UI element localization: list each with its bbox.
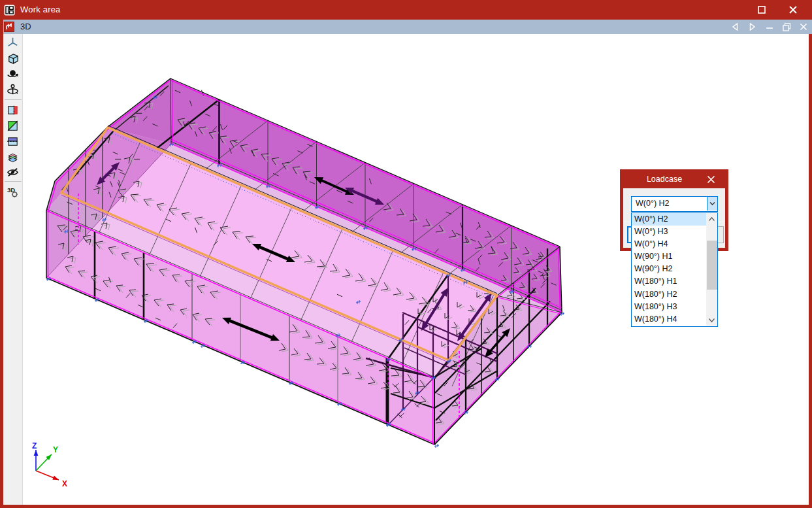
axis-label-z: Z: [32, 441, 37, 450]
app-window-icon: [4, 5, 15, 16]
window-border-right: [809, 20, 812, 508]
orbit-view-button[interactable]: [6, 67, 20, 82]
tab-document-icon: [4, 22, 14, 32]
axes-tripod-icon: [6, 36, 20, 50]
scrollbar-down-button[interactable]: [706, 314, 717, 326]
3d-settings-button[interactable]: 3D: [6, 185, 20, 199]
document-tabbar: 3D: [3, 20, 812, 34]
tab-forward-button[interactable]: [744, 20, 761, 34]
toolbar-separator: [5, 181, 22, 182]
clip-plane-button[interactable]: [6, 135, 20, 149]
chevron-down-icon: [709, 318, 715, 322]
rotate-view-button[interactable]: [6, 83, 20, 97]
hide-object-icon: [6, 165, 20, 179]
view-toolbar: 3D: [3, 34, 23, 505]
loadcase-close-button[interactable]: [707, 175, 717, 184]
hide-object-button[interactable]: [6, 165, 20, 180]
loadcase-combobox-value: W(0°) H2: [636, 199, 670, 208]
axes-tripod-button[interactable]: [6, 36, 20, 50]
loadcase-option[interactable]: W(180°) H3: [632, 301, 706, 313]
loadcase-option[interactable]: W(180°) H1: [632, 275, 706, 288]
toolbar-separator: [5, 99, 22, 100]
dropdown-scrollbar[interactable]: [706, 213, 717, 326]
loadcase-option[interactable]: W(90°) H1: [632, 250, 706, 263]
shading-toggle-button[interactable]: [6, 119, 20, 133]
iso-cube-button[interactable]: [6, 52, 20, 66]
layers-button[interactable]: [6, 150, 20, 165]
tab-restore-button[interactable]: [778, 20, 795, 34]
combobox-dropdown-button[interactable]: [707, 197, 717, 211]
scrollbar-thumb[interactable]: [707, 241, 717, 290]
maximize-icon: [758, 6, 766, 14]
application-window: { "window": { "title": "Work area" }, "t…: [0, 0, 812, 508]
axis-label-y: Y: [53, 445, 58, 454]
window-title: Work area: [20, 5, 61, 14]
axis-label-x: X: [62, 479, 67, 488]
close-icon: [707, 175, 715, 184]
clip-plane-icon: [6, 135, 20, 148]
chevron-down-icon: [707, 197, 717, 210]
3d-settings-icon: 3D: [6, 185, 20, 199]
tab-label: 3D: [20, 22, 31, 31]
loadcase-option[interactable]: W(90°) H2: [632, 263, 706, 275]
loadcase-option[interactable]: W(180°) H4: [632, 313, 706, 326]
close-button[interactable]: [782, 0, 804, 20]
section-view-icon: [6, 103, 20, 117]
scrollbar-up-button[interactable]: [706, 213, 717, 224]
iso-cube-icon: [6, 52, 20, 65]
tab-close-button[interactable]: [795, 20, 812, 34]
section-view-button[interactable]: [6, 103, 20, 118]
tab-minimize-button[interactable]: [761, 20, 778, 34]
loadcase-dropdown-list: W(0°) H2 W(0°) H3 W(0°) H4 W(90°) H1 W(9…: [631, 212, 718, 327]
loadcase-option[interactable]: W(180°) H2: [632, 288, 706, 301]
orbit-view-icon: [6, 67, 20, 81]
tab-back-button[interactable]: [726, 20, 743, 34]
shading-toggle-icon: [6, 119, 20, 133]
maximize-button[interactable]: [751, 0, 773, 20]
layers-icon: [6, 150, 20, 164]
chevron-up-icon: [709, 217, 715, 221]
loadcase-combobox[interactable]: W(0°) H2: [631, 196, 718, 212]
rotate-view-icon: [6, 83, 20, 97]
close-icon: [788, 5, 798, 14]
loadcase-option[interactable]: W(0°) H3: [632, 226, 706, 238]
axis-triad: Z Y X: [32, 441, 67, 488]
window-border-left: [0, 20, 3, 508]
window-titlebar: Work area: [0, 0, 812, 20]
loadcase-option[interactable]: W(0°) H4: [632, 238, 706, 250]
window-border-bottom: [0, 505, 812, 508]
loadcase-option[interactable]: W(0°) H2: [632, 213, 706, 226]
